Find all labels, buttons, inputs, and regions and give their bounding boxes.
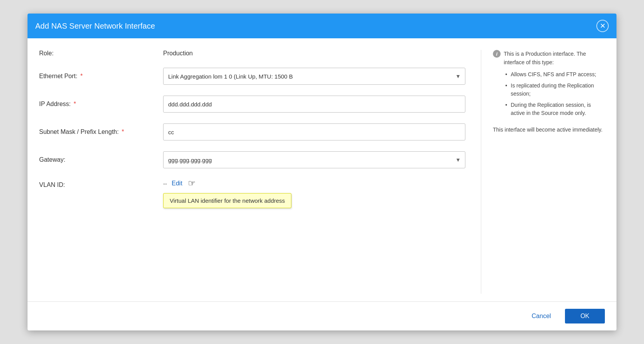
info-bullets-list: Allows CIFS, NFS and FTP access; Is repl… xyxy=(504,70,605,117)
info-bullet-2: Is replicated during the Replication ses… xyxy=(504,82,605,98)
subnet-mask-input[interactable] xyxy=(163,123,465,140)
dialog: Add NAS Server Network Interface ✕ Role:… xyxy=(28,14,616,330)
ethernet-port-row: Ethernet Port: * Link Aggregation lom 1 … xyxy=(39,68,465,85)
ethernet-port-label: Ethernet Port: * xyxy=(39,73,163,80)
vlan-tooltip: Virtual LAN identifier for the network a… xyxy=(163,193,291,208)
vlan-dash: -- xyxy=(163,180,167,187)
form-area: Role: Production Ethernet Port: * Link A… xyxy=(39,50,481,294)
info-icon: i xyxy=(493,50,501,58)
vlan-content: -- Edit ☞ Virtual LAN identifier for the… xyxy=(163,179,196,188)
subnet-mask-label: Subnet Mask / Prefix Length: * xyxy=(39,128,163,135)
role-label: Role: xyxy=(39,50,163,57)
vlan-edit-link[interactable]: Edit xyxy=(172,180,183,187)
ok-button[interactable]: OK xyxy=(565,309,605,323)
role-value: Production xyxy=(163,50,193,57)
info-bullet-3: During the Replication session, is activ… xyxy=(504,101,605,117)
close-button[interactable]: ✕ xyxy=(596,20,609,32)
gateway-row: Gateway: ggg.ggg.ggg.ggg ▼ xyxy=(39,151,465,168)
role-row: Role: Production xyxy=(39,50,465,57)
ethernet-port-select-wrapper: Link Aggregation lom 1 0 (Link Up, MTU: … xyxy=(163,68,465,85)
ethernet-required-star: * xyxy=(79,73,83,79)
ip-address-input[interactable] xyxy=(163,96,465,113)
gateway-select[interactable]: ggg.ggg.ggg.ggg xyxy=(163,151,465,168)
info-area: i This is a Production interface. The in… xyxy=(481,50,605,294)
info-intro-text: This is a Production interface. The inte… xyxy=(504,50,605,121)
subnet-mask-row: Subnet Mask / Prefix Length: * xyxy=(39,123,465,140)
dialog-title: Add NAS Server Network Interface xyxy=(35,22,155,31)
info-footer-text: This interface will become active immedi… xyxy=(493,126,605,134)
cursor-pointer-icon: ☞ xyxy=(188,179,196,188)
subnet-required-star: * xyxy=(120,128,124,135)
ip-address-label: IP Address: * xyxy=(39,101,163,108)
cancel-button[interactable]: Cancel xyxy=(525,310,557,323)
gateway-select-wrapper: ggg.ggg.ggg.ggg ▼ xyxy=(163,151,465,168)
info-bullet-1: Allows CIFS, NFS and FTP access; xyxy=(504,70,605,79)
ethernet-port-select[interactable]: Link Aggregation lom 1 0 (Link Up, MTU: … xyxy=(163,68,465,85)
info-intro-block: i This is a Production interface. The in… xyxy=(493,50,605,121)
ip-address-row: IP Address: * xyxy=(39,96,465,113)
vlan-row: VLAN ID: -- Edit ☞ Virtual LAN identifie… xyxy=(39,179,465,188)
dialog-body: Role: Production Ethernet Port: * Link A… xyxy=(28,38,616,301)
gateway-label: Gateway: xyxy=(39,156,163,163)
vlan-label: VLAN ID: xyxy=(39,179,163,188)
ip-required-star: * xyxy=(72,101,76,107)
dialog-header: Add NAS Server Network Interface ✕ xyxy=(28,14,616,38)
dialog-footer: Cancel OK xyxy=(28,301,616,330)
